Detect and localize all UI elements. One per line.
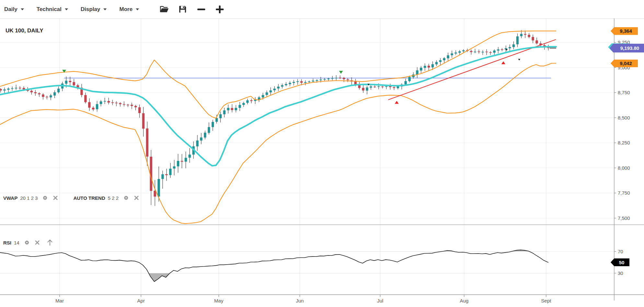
- open-chart-button[interactable]: [159, 5, 169, 14]
- close-icon[interactable]: [53, 195, 58, 201]
- save-icon: [179, 5, 187, 13]
- axis-tick-label: Mar: [55, 298, 64, 303]
- rsi-line: [0, 250, 548, 282]
- toolbar: Daily Technical Display More: [0, 0, 644, 18]
- vwap-legend-name: VWAP: [3, 195, 18, 201]
- gear-icon[interactable]: [42, 195, 48, 201]
- indicator-legend-row: VWAP 20 1 2 3 AUTO TREND 5 2 2: [3, 195, 139, 201]
- zoom-in-button[interactable]: [215, 5, 225, 14]
- zoom-out-icon: [197, 5, 206, 14]
- axis-tick-label: 8,250: [618, 140, 630, 145]
- upper-band-axis-badge: 9,364: [611, 27, 638, 35]
- chevron-down-icon: [103, 8, 107, 11]
- axis-tick-label: 8,500: [618, 115, 630, 120]
- open-folder-icon: [160, 6, 169, 13]
- gear-icon[interactable]: [123, 195, 129, 201]
- rsi-legend-name: RSI: [3, 240, 11, 245]
- gear-icon[interactable]: [24, 240, 30, 245]
- axis-tick-label: 70: [618, 249, 623, 254]
- axis-tick-label: Sept: [541, 298, 552, 303]
- rsi-legend-params: 14: [14, 240, 19, 245]
- axis-tick-label: May: [214, 298, 224, 303]
- axis-tick-label: 30: [618, 270, 623, 276]
- move-pane-up-icon[interactable]: [47, 239, 53, 246]
- chevron-down-icon: [135, 8, 139, 11]
- auto-trend-legend: AUTO TREND 5 2 2: [73, 195, 139, 201]
- rsi-legend: RSI 14: [3, 239, 53, 246]
- auto-trend-legend-name: AUTO TREND: [73, 195, 105, 201]
- chart-canvas[interactable]: 9,2509,0008,7508,5008,2508,0007,7507,500…: [0, 0, 644, 307]
- gridlines: [0, 18, 614, 295]
- axis-tick-label: 8,750: [618, 90, 630, 95]
- upper-band-line: [0, 31, 556, 118]
- axis-tick-label: 7,750: [618, 190, 630, 196]
- menu-technical-label: Technical: [37, 6, 62, 13]
- menu-display[interactable]: Display: [81, 6, 107, 13]
- auto-trend-line: [388, 40, 556, 100]
- menu-display-label: Display: [81, 6, 100, 13]
- lower-band-axis-badge: 9,042: [611, 60, 638, 67]
- save-chart-button[interactable]: [178, 5, 188, 14]
- menu-timeframe-label: Daily: [4, 6, 18, 13]
- candles-layer: [0, 30, 549, 206]
- axis-tick-label: Aug: [460, 298, 469, 303]
- vwap-legend-params: 20 1 2 3: [20, 195, 38, 201]
- zoom-in-icon: [215, 5, 224, 14]
- close-icon[interactable]: [134, 195, 139, 201]
- chevron-down-icon: [64, 8, 68, 11]
- vwap-line: [0, 47, 556, 166]
- close-icon[interactable]: [34, 240, 40, 245]
- last-price-axis-badge: 9,193.80: [610, 44, 644, 52]
- axis-tick-label: Apr: [137, 298, 145, 303]
- menu-more[interactable]: More: [119, 6, 139, 13]
- rsi-layer: [0, 250, 548, 282]
- rsi-level-axis-badge: 50: [611, 258, 629, 266]
- menu-more-label: More: [119, 6, 133, 13]
- axis-tick-label: 7,500: [618, 215, 630, 221]
- menu-timeframe[interactable]: Daily: [4, 6, 24, 13]
- chevron-down-icon: [20, 8, 24, 11]
- zoom-out-button[interactable]: [196, 5, 206, 14]
- auto-trend-legend-params: 5 2 2: [108, 195, 118, 201]
- menu-technical[interactable]: Technical: [37, 6, 68, 13]
- symbol-label: UK 100, DAILY: [6, 28, 43, 34]
- axis-tick-label: 8,000: [618, 165, 630, 171]
- axis-tick-label: Jul: [377, 298, 383, 303]
- vwap-legend: VWAP 20 1 2 3: [3, 195, 58, 201]
- axis-tick-label: Jun: [296, 298, 304, 303]
